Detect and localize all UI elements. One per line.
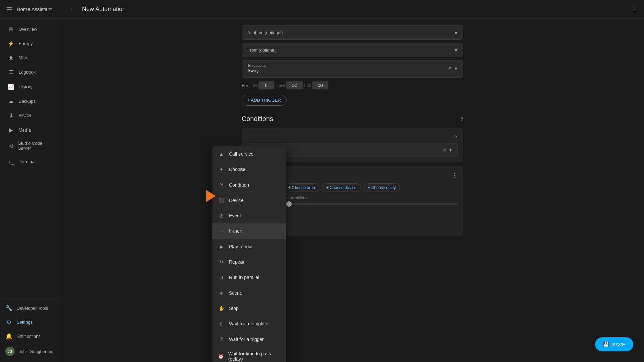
condition-card-1-header: ?	[247, 134, 458, 139]
back-button[interactable]: ←	[67, 4, 78, 15]
menu-item-play-media[interactable]: ▶ Play media	[212, 239, 286, 254]
event-icon: ◎	[218, 212, 225, 219]
menu-item-event[interactable]: ◎ Event	[212, 208, 286, 223]
run-parallel-icon: ⇉	[218, 274, 225, 281]
menu-item-device[interactable]: ⬛ Device	[212, 193, 286, 208]
sidebar-item-notifications[interactable]: 🔔 Notifications	[0, 329, 60, 343]
sidebar-item-label: History	[19, 84, 32, 89]
time-separator: :	[276, 83, 277, 88]
sidebar-nav: ⊞ Overview ⚡ Energy ◉ Map ☰ Logbook 📈 Hi…	[0, 19, 60, 298]
topbar: ← New Automation ⋮	[60, 0, 644, 19]
sidebar-item-label: HACS	[19, 113, 31, 118]
sidebar-item-user[interactable]: JG John Goughenour	[0, 343, 60, 359]
menu-item-scene[interactable]: ◈ Scene	[212, 285, 286, 301]
wait-template-icon: {}	[218, 320, 225, 327]
conditions-help-icon[interactable]: ?	[460, 116, 463, 122]
sidebar-item-label: Studio Code Server	[18, 141, 53, 151]
menu-item-label: Stop	[229, 306, 239, 311]
menu-item-condition[interactable]: % Condition	[212, 177, 286, 193]
menu-item-wait-time-delay[interactable]: ⏰ Wait for time to pass (delay)	[212, 347, 286, 362]
settings-icon: ⚙	[5, 318, 13, 326]
sidebar: Home Assistant ⊞ Overview ⚡ Energy ◉ Map…	[0, 0, 60, 362]
from-dropdown[interactable]: From (optional) ▾	[241, 43, 463, 57]
sidebar-item-overview[interactable]: ⊞ Overview	[2, 22, 58, 36]
for-label: For	[241, 83, 248, 88]
sidebar-item-backups[interactable]: ☁ Backups	[2, 94, 58, 108]
app-title: Home Assistant	[17, 6, 52, 12]
sidebar-item-label: Logbook	[19, 70, 36, 75]
ss-unit: ss	[307, 83, 311, 87]
sidebar-item-developer-tools[interactable]: 🔧 Developer Tools	[0, 301, 60, 315]
condition-icon: %	[218, 181, 225, 189]
menu-item-label: Wait for a trigger	[229, 337, 264, 342]
clear-to-icon[interactable]: ✕	[448, 66, 452, 71]
developer-tools-icon: 🔧	[5, 304, 13, 312]
clear-icon[interactable]: ✕	[443, 147, 447, 153]
chevron-down-icon[interactable]: ▾	[455, 66, 457, 71]
menu-item-run-in-parallel[interactable]: ⇉ Run in parallel	[212, 270, 286, 285]
studio-code-icon: ◁	[7, 142, 14, 149]
stop-icon: ✋	[218, 305, 225, 312]
menu-item-label: Run in parallel	[229, 275, 259, 280]
hh-unit: hh	[253, 83, 257, 87]
menu-item-if-then[interactable]: → If-then	[212, 223, 286, 239]
wait-trigger-icon: ⏱	[218, 335, 225, 343]
menu-item-wait-for-template[interactable]: {} Wait for a template	[212, 316, 286, 331]
repeat-icon: ↻	[218, 258, 225, 266]
to-value: Away	[247, 68, 268, 73]
from-label: From (optional)	[247, 48, 277, 53]
to-field: To (optional) Away ✕ ▾	[241, 60, 463, 78]
chevron-down-icon: ▾	[455, 47, 457, 53]
history-icon: 📈	[7, 83, 15, 90]
conditions-title: Conditions	[241, 115, 273, 123]
sidebar-item-label: Energy	[19, 41, 33, 46]
energy-icon: ⚡	[7, 40, 15, 47]
hacs-icon: ⬇	[7, 112, 15, 119]
sidebar-item-label: Settings	[17, 320, 33, 325]
svg-rect-0	[7, 7, 12, 8]
sidebar-item-settings[interactable]: ⚙ Settings	[0, 315, 60, 329]
sidebar-item-label: Media	[19, 127, 31, 133]
condition-help-icon[interactable]: ?	[455, 134, 458, 139]
save-label: SAVE	[612, 342, 625, 347]
media-icon: ▶	[7, 126, 15, 134]
time-ss-input[interactable]	[312, 81, 328, 89]
add-trigger-button[interactable]: + ADD TRIGGER	[241, 95, 287, 106]
menu-item-label: Wait for time to pass (delay)	[228, 351, 281, 362]
menu-item-stop[interactable]: ✋ Stop	[212, 301, 286, 316]
menu-item-choose[interactable]: ✦ Choose	[212, 162, 286, 177]
slider-thumb[interactable]	[286, 201, 292, 207]
menu-item-wait-for-trigger[interactable]: ⏱ Wait for a trigger	[212, 331, 286, 347]
add-trigger-label: + ADD TRIGGER	[247, 98, 281, 103]
choose-area-button[interactable]: + Choose area	[284, 183, 319, 192]
attribute-dropdown[interactable]: Attribute (optional) ▾	[241, 25, 463, 40]
menu-item-label: Scene	[229, 290, 243, 296]
menu-icon[interactable]	[5, 5, 13, 13]
sidebar-item-energy[interactable]: ⚡ Energy	[2, 36, 58, 50]
save-button[interactable]: 💾 SAVE	[595, 337, 633, 351]
sidebar-item-logbook[interactable]: ☰ Logbook	[2, 65, 58, 79]
choose-device-label: + Choose device	[326, 185, 357, 190]
time-mm-input[interactable]	[286, 81, 303, 89]
time-hh-input[interactable]	[258, 81, 274, 89]
choose-entity-button[interactable]: + Choose entity	[364, 183, 400, 192]
more-options-icon[interactable]: ⋮	[631, 5, 637, 13]
sidebar-item-history[interactable]: 📈 History	[2, 80, 58, 94]
choose-device-button[interactable]: + Choose device	[322, 183, 361, 192]
to-label: To (optional)	[247, 63, 268, 67]
condition-more-icon[interactable]: ⋮	[451, 172, 458, 179]
sidebar-item-hacs[interactable]: ⬇ HACS	[2, 108, 58, 122]
wait-delay-icon: ⏰	[218, 353, 224, 360]
sidebar-item-terminal[interactable]: ›_ Terminal	[2, 154, 58, 168]
call-service-icon: ▲	[218, 150, 225, 158]
choose-entity-label: + Choose entity	[368, 185, 396, 190]
menu-item-repeat[interactable]: ↻ Repeat	[212, 254, 286, 270]
sidebar-item-studio-code-server[interactable]: ◁ Studio Code Server	[2, 137, 58, 154]
menu-item-label: Choose	[229, 167, 245, 172]
overview-icon: ⊞	[7, 25, 15, 33]
sidebar-item-label: Notifications	[17, 334, 41, 339]
conditions-section-header: Conditions ?	[241, 115, 463, 123]
sidebar-item-media[interactable]: ▶ Media	[2, 123, 58, 137]
menu-item-call-service[interactable]: ▲ Call service	[212, 146, 286, 162]
sidebar-item-map[interactable]: ◉ Map	[2, 51, 58, 65]
